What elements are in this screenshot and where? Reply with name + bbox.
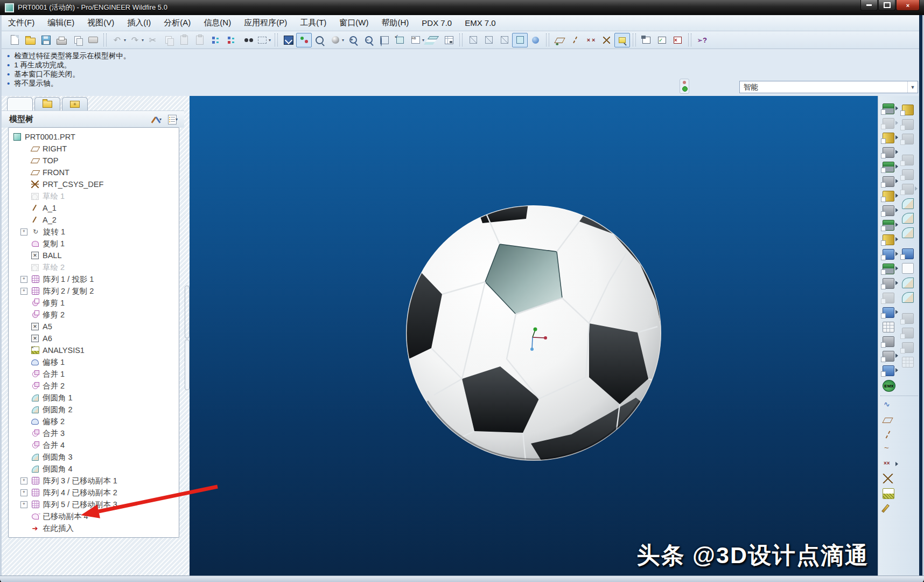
pattern-button[interactable] <box>902 357 914 368</box>
tree-item-12[interactable]: +阵列 1 / 投影 1 <box>9 273 179 285</box>
tree-item-17[interactable]: A6 <box>9 332 179 344</box>
tree-item-15[interactable]: 修剪 2 <box>9 309 179 321</box>
datum-point-flyout-icon[interactable] <box>895 462 898 466</box>
emx-assembly-def-button[interactable] <box>883 118 894 129</box>
emx-barrel-button[interactable] <box>883 234 894 245</box>
menu-item-5[interactable]: 信息(N) <box>204 18 231 28</box>
merge-button[interactable] <box>902 328 914 338</box>
datum-points-toggle-button[interactable] <box>583 33 599 47</box>
model-tree-tab[interactable] <box>7 97 33 111</box>
tree-item-27[interactable]: 倒圆角 3 <box>9 451 179 463</box>
realistic-button[interactable] <box>528 33 543 47</box>
tree-item-16[interactable]: A5 <box>9 321 179 332</box>
emx-screw-flyout-icon[interactable] <box>895 135 898 140</box>
tree-item-0[interactable]: PRT0001.PRT <box>9 131 179 143</box>
tree-item-19[interactable]: 偏移 1 <box>9 356 179 368</box>
expand-icon[interactable]: + <box>20 489 27 496</box>
mirror-button[interactable] <box>902 313 914 324</box>
minimize-button[interactable] <box>860 0 878 11</box>
emx-moldbase-flyout-icon[interactable] <box>895 106 898 110</box>
emx-screw-button[interactable] <box>883 133 894 143</box>
emx-assembly-def-flyout-icon[interactable] <box>895 121 898 125</box>
datum-csys-button[interactable] <box>883 474 893 483</box>
emx-component-db-flyout-icon[interactable] <box>895 310 898 314</box>
emx-barrel-flyout-icon[interactable] <box>895 237 898 241</box>
zoom-out-button[interactable]: − <box>361 33 376 47</box>
send-mail-button[interactable] <box>85 33 101 47</box>
section-button[interactable] <box>902 184 914 195</box>
menu-item-10[interactable]: PDX 7.0 <box>422 18 452 27</box>
hidden-line-button[interactable] <box>481 33 496 47</box>
tree-item-21[interactable]: 合并 2 <box>9 380 179 392</box>
paste-button[interactable] <box>176 33 192 47</box>
emx-pencil-tool-flyout-icon[interactable] <box>895 193 898 198</box>
tree-item-10[interactable]: BALL <box>9 250 179 261</box>
orient-mode-button[interactable] <box>312 33 327 47</box>
section-flyout-icon[interactable] <box>915 186 918 191</box>
refit-button[interactable] <box>376 33 392 47</box>
tree-item-29[interactable]: +阵列 3 / 已移动副本 1 <box>9 475 179 487</box>
menu-item-1[interactable]: 编辑(E) <box>47 18 74 28</box>
variable-section-sweep-button[interactable] <box>902 134 914 144</box>
datum-curve-button[interactable] <box>883 445 893 454</box>
spin-center-button[interactable] <box>296 33 312 47</box>
select-rect-button[interactable] <box>254 33 270 47</box>
emx-gate-button[interactable] <box>883 278 894 289</box>
extrude-surface-button[interactable] <box>902 248 914 259</box>
sketch-tool-button[interactable] <box>883 503 893 512</box>
favorites-tab[interactable] <box>62 97 88 111</box>
datum-axes-toggle-button[interactable] <box>568 33 583 47</box>
emx-about-button[interactable] <box>883 380 895 392</box>
tree-item-25[interactable]: 合并 3 <box>9 427 179 439</box>
view-manager-button[interactable] <box>441 33 457 47</box>
emx-ejector-flyout-icon[interactable] <box>895 223 898 227</box>
tree-item-13[interactable]: +阵列 2 / 复制 2 <box>9 285 179 297</box>
datum-plane-button[interactable] <box>883 415 893 425</box>
print-button[interactable] <box>54 33 69 47</box>
paste-special-button[interactable] <box>192 33 207 47</box>
expand-icon[interactable]: + <box>20 276 27 283</box>
splitter-handle-bottom[interactable] <box>185 340 190 390</box>
tree-item-31[interactable]: +阵列 5 / 已移动副本 3 <box>9 498 179 510</box>
tree-item-3[interactable]: FRONT <box>9 167 179 178</box>
datum-csys-toggle-button[interactable] <box>599 33 614 47</box>
zoom-in-button[interactable]: + <box>345 33 361 47</box>
tree-item-14[interactable]: 修剪 1 <box>9 297 179 309</box>
emx-dowel-button[interactable] <box>883 147 894 158</box>
expand-icon[interactable]: + <box>20 477 27 484</box>
emx-dowel-flyout-icon[interactable] <box>895 150 898 154</box>
save-a-copy-button[interactable] <box>69 33 85 47</box>
wireframe-button[interactable] <box>465 33 481 47</box>
menu-item-7[interactable]: 工具(T) <box>300 18 326 28</box>
open-button[interactable] <box>23 33 38 47</box>
regenerate-custom-button[interactable] <box>223 33 239 47</box>
emx-clamp-button[interactable] <box>883 264 894 274</box>
emx-pencil-tool-button[interactable] <box>883 191 894 202</box>
boundary-blend-button[interactable] <box>902 292 914 303</box>
emx-visibility-flyout-icon[interactable] <box>895 354 898 358</box>
datum-point-button[interactable] <box>883 459 893 469</box>
cut-button[interactable] <box>145 33 160 47</box>
extrude-button[interactable] <box>902 105 914 115</box>
emx-clamp-flyout-icon[interactable] <box>895 266 898 271</box>
tree-item-32[interactable]: 已移动副本 4 <box>9 510 179 522</box>
emx-bom-button[interactable] <box>883 322 894 332</box>
emx-table-button[interactable] <box>883 293 894 303</box>
emx-plate-flyout-icon[interactable] <box>895 164 898 169</box>
tree-item-30[interactable]: +阵列 4 / 已移动副本 2 <box>9 487 179 498</box>
tree-item-9[interactable]: 复制 1 <box>9 238 179 250</box>
copy-button[interactable] <box>160 33 176 47</box>
folder-browser-tab[interactable] <box>34 97 60 111</box>
close-button[interactable]: × <box>896 0 920 11</box>
expand-icon[interactable]: + <box>20 288 27 295</box>
datum-planes-toggle-button[interactable] <box>552 33 568 47</box>
emx-ejector-button[interactable] <box>883 220 894 231</box>
datum-axis-button[interactable] <box>883 430 893 440</box>
emx-sprue-puller-button[interactable] <box>883 176 894 187</box>
shell-button[interactable] <box>902 169 914 180</box>
tree-item-18[interactable]: ANALYSIS1 <box>9 344 179 356</box>
tree-item-33[interactable]: 在此插入 <box>9 522 179 534</box>
revolve-button[interactable] <box>902 119 914 130</box>
panel-splitter[interactable] <box>184 96 190 576</box>
emx-column-flyout-icon[interactable] <box>895 208 898 212</box>
